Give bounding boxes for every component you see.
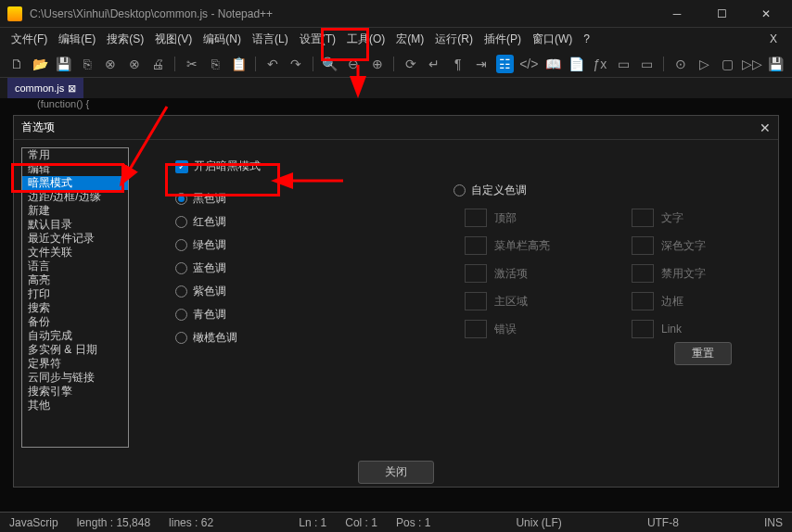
sidebar-item[interactable]: 常用	[22, 148, 128, 162]
dialog-close-button[interactable]: 关闭	[358, 461, 434, 484]
code-icon[interactable]: </>	[519, 55, 538, 73]
search-icon[interactable]: 🔍	[321, 55, 339, 73]
sidebar-item[interactable]: 语言	[22, 260, 128, 273]
sidebar-item[interactable]: 高亮	[22, 273, 128, 287]
cut-icon[interactable]: ✂	[183, 55, 200, 73]
reset-button[interactable]: 重置	[674, 342, 732, 365]
menu-close-icon[interactable]: X	[762, 32, 785, 45]
panel1-icon[interactable]: ▭	[615, 55, 632, 73]
color-label: 菜单栏高亮	[494, 238, 550, 254]
sidebar-item[interactable]: 备份	[22, 315, 128, 329]
enable-dark-checkbox[interactable]: ✓ 开启暗黑模式	[175, 158, 760, 174]
menu-item[interactable]: 编码(N)	[199, 30, 245, 49]
sidebar-item[interactable]: 定界符	[22, 357, 128, 371]
color-swatch[interactable]	[465, 264, 487, 283]
menu-item[interactable]: 宏(M)	[392, 30, 428, 49]
color-item: 文字	[632, 209, 780, 227]
save-macro-icon[interactable]: 💾	[767, 55, 785, 73]
undo-icon[interactable]: ↶	[263, 55, 281, 73]
sidebar-item[interactable]: 暗黑模式	[22, 176, 128, 190]
menu-item[interactable]: 窗口(W)	[529, 30, 576, 49]
sidebar-item[interactable]: 新建	[22, 204, 128, 218]
sidebar-item[interactable]: 多实例 & 日期	[22, 343, 128, 357]
sidebar-item[interactable]: 默认目录	[22, 218, 128, 232]
ff-icon[interactable]: ▷▷	[743, 55, 761, 73]
save-icon[interactable]: 💾	[55, 55, 72, 73]
redo-icon[interactable]: ↷	[287, 55, 305, 73]
color-item: 错误	[465, 320, 613, 338]
menu-item[interactable]: 搜索(S)	[103, 30, 147, 49]
panel2-icon[interactable]: ▭	[638, 55, 656, 73]
wrap-icon[interactable]: ↵	[426, 55, 443, 73]
sidebar-item[interactable]: 搜索	[22, 301, 128, 315]
sidebar-item[interactable]: 打印	[22, 287, 128, 301]
tone-label: 红色调	[193, 214, 226, 230]
zoom-out-icon[interactable]: ⊖	[344, 55, 362, 73]
color-swatch[interactable]	[465, 292, 487, 310]
color-swatch[interactable]	[632, 320, 654, 338]
dialog-title: 首选项	[21, 120, 760, 135]
maximize-button[interactable]: ☐	[703, 3, 740, 25]
guide-icon[interactable]: ☷	[496, 55, 514, 73]
sidebar-item[interactable]: 云同步与链接	[22, 371, 128, 385]
color-swatch[interactable]	[465, 209, 487, 227]
menubar: 文件(F)编辑(E)搜索(S)视图(V)编码(N)语言(L)设置(T)工具(O)…	[0, 28, 792, 50]
save-all-icon[interactable]: ⎘	[78, 55, 96, 73]
menu-item[interactable]: 工具(O)	[343, 30, 389, 49]
menu-item[interactable]: 插件(P)	[480, 30, 525, 49]
sidebar-item[interactable]: 文件关联	[22, 246, 128, 260]
tab-close-icon[interactable]: ⊠	[68, 82, 76, 95]
menu-item[interactable]: ?	[580, 31, 594, 47]
new-icon[interactable]: 🗋	[7, 55, 25, 73]
color-swatch[interactable]	[632, 264, 654, 283]
zoom-in-icon[interactable]: ⊕	[368, 55, 386, 73]
close-button[interactable]: ✕	[747, 3, 785, 25]
custom-tone-radio[interactable]: 自定义色调	[453, 183, 527, 198]
color-swatch[interactable]	[632, 236, 654, 255]
status-length: length : 15,848	[77, 516, 150, 529]
play-icon[interactable]: ▷	[696, 55, 713, 73]
print-icon[interactable]: 🖨	[149, 55, 167, 73]
preferences-dialog: 首选项 ✕ 常用编辑暗黑模式边距/边框/边缘新建默认目录最近文件记录文件关联语言…	[13, 115, 779, 488]
color-label: 顶部	[494, 210, 517, 226]
menu-item[interactable]: 视图(V)	[151, 30, 196, 49]
copy-icon[interactable]: ⎘	[206, 55, 224, 73]
sidebar-item[interactable]: 最近文件记录	[22, 232, 128, 246]
editor-area[interactable]: (function() {	[0, 98, 792, 113]
sync-icon[interactable]: ⟳	[402, 55, 419, 73]
menu-item[interactable]: 文件(F)	[7, 30, 51, 49]
indent-icon[interactable]: ⇥	[472, 55, 490, 73]
dialog-close-icon[interactable]: ✕	[760, 120, 771, 135]
checkbox-icon: ✓	[175, 160, 188, 173]
menu-item[interactable]: 语言(L)	[249, 30, 292, 49]
color-label: 禁用文字	[661, 266, 706, 282]
color-swatch[interactable]	[632, 292, 654, 310]
close-all-icon[interactable]: ⊗	[125, 55, 143, 73]
fx-icon[interactable]: ƒx	[591, 55, 608, 73]
sidebar-item[interactable]: 编辑	[22, 162, 128, 176]
sidebar-item[interactable]: 搜索引擎	[22, 385, 128, 399]
close-file-icon[interactable]: ⊗	[102, 55, 120, 73]
open-icon[interactable]: 📂	[31, 55, 48, 73]
menu-item[interactable]: 设置(T)	[296, 30, 339, 49]
color-swatch[interactable]	[465, 320, 487, 338]
sidebar-item[interactable]: 边距/边框/边缘	[22, 190, 128, 204]
record-icon[interactable]: ⊙	[671, 55, 689, 73]
menu-item[interactable]: 编辑(E)	[55, 30, 99, 49]
stop-icon[interactable]: ▢	[719, 55, 736, 73]
tone-label: 紫色调	[193, 284, 226, 299]
minimize-button[interactable]: ─	[658, 3, 696, 25]
color-label: 激活项	[494, 266, 528, 282]
doc-icon[interactable]: 📄	[568, 55, 585, 73]
color-swatch[interactable]	[632, 209, 654, 227]
paste-icon[interactable]: 📋	[230, 55, 248, 73]
tab-file[interactable]: common.js ⊠	[7, 78, 83, 98]
sidebar-item[interactable]: 自动完成	[22, 329, 128, 343]
color-swatch[interactable]	[465, 236, 487, 255]
invisible-icon[interactable]: ¶	[449, 55, 466, 73]
tone-label: 绿色调	[193, 237, 226, 253]
menu-item[interactable]: 运行(R)	[431, 30, 477, 49]
tone-label: 青色调	[193, 307, 226, 323]
sidebar-item[interactable]: 其他	[22, 399, 128, 412]
book-icon[interactable]: 📖	[543, 55, 561, 73]
